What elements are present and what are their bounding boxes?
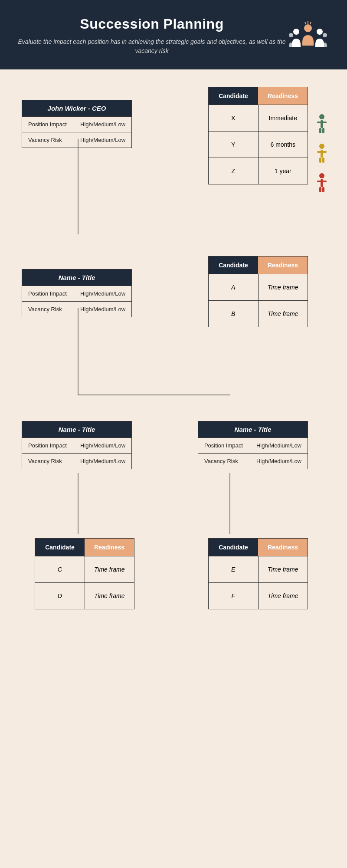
middle-position-impact-label: Position Impact <box>22 286 74 301</box>
middle-candidate-header: Candidate <box>209 256 258 274</box>
table-row: Y 6 months <box>209 131 308 158</box>
page-title: Succession Planning <box>17 16 286 32</box>
svg-rect-16 <box>319 158 321 163</box>
ceo-vacancy-risk-value: High/Medium/Low <box>74 132 131 148</box>
ceo-title: John Wicker - CEO <box>22 100 131 116</box>
svg-point-18 <box>319 173 324 178</box>
main-content: John Wicker - CEO Position Impact High/M… <box>0 69 347 627</box>
section-middle: Name - Title Position Impact High/Medium… <box>13 256 334 395</box>
table-row: X Immediate <box>209 105 308 131</box>
bottom-left-vacancy-value: High/Medium/Low <box>74 454 131 469</box>
ceo-readiness-x: Immediate <box>259 105 308 131</box>
middle-candidate-b: B <box>209 301 259 327</box>
svg-rect-20 <box>317 181 327 182</box>
bottom-right-position-card: Name - Title Position Impact High/Medium… <box>198 421 308 469</box>
bottom-right-candidate-table: Candidate Readiness E Time frame F Time … <box>208 538 308 609</box>
section-ceo: John Wicker - CEO Position Impact High/M… <box>13 87 334 234</box>
svg-rect-22 <box>322 187 324 192</box>
svg-point-0 <box>304 24 312 32</box>
bottom-right-vacancy-label: Vacancy Risk <box>198 454 250 469</box>
table-row: F Time frame <box>209 582 308 609</box>
bottom-candidates-row: Candidate Readiness C Time frame D Time … <box>13 538 334 609</box>
readiness-icon-red <box>316 172 328 195</box>
svg-point-7 <box>323 33 327 37</box>
ceo-position-impact-label: Position Impact <box>22 117 74 132</box>
ceo-vacancy-risk-label: Vacancy Risk <box>22 132 74 148</box>
header-icon <box>286 19 330 53</box>
br-candidate-f: F <box>209 583 259 609</box>
table-row: E Time frame <box>209 556 308 582</box>
bottom-left-position-card: Name - Title Position Impact High/Medium… <box>22 421 132 469</box>
ceo-position-impact-value: High/Medium/Low <box>74 117 131 132</box>
svg-point-4 <box>293 29 299 35</box>
bottom-left-vacancy-label: Vacancy Risk <box>22 454 74 469</box>
readiness-icon-green <box>316 113 328 136</box>
ceo-candidate-x: X <box>209 105 259 131</box>
svg-rect-19 <box>321 179 323 187</box>
middle-candidate-a: A <box>209 274 259 300</box>
middle-vacancy-risk-value: High/Medium/Low <box>74 302 131 317</box>
bottom-left-impact-value: High/Medium/Low <box>74 438 131 453</box>
ceo-candidate-table: Candidate Readiness X Immediate Y 6 mont… <box>208 87 308 184</box>
svg-line-2 <box>305 22 306 24</box>
svg-line-3 <box>310 22 311 24</box>
middle-position-impact-value: High/Medium/Low <box>74 286 131 301</box>
bl-readiness-c: Time frame <box>85 556 134 582</box>
middle-readiness-a: Time frame <box>259 274 308 300</box>
svg-rect-21 <box>319 187 321 192</box>
bottom-right-vacancy-value: High/Medium/Low <box>250 454 308 469</box>
table-row: Z 1 year <box>209 158 308 184</box>
middle-candidate-table: Candidate Readiness A Time frame B Time … <box>208 256 308 327</box>
ceo-readiness-header: Readiness <box>258 87 308 105</box>
middle-title: Name - Title <box>22 270 131 286</box>
bottom-left-title: Name - Title <box>22 421 131 437</box>
header-text: Succession Planning Evaluate the impact … <box>17 16 286 56</box>
bl-readiness-d: Time frame <box>85 583 134 609</box>
middle-position-card: Name - Title Position Impact High/Medium… <box>22 269 132 317</box>
table-row: C Time frame <box>35 556 134 582</box>
br-readiness-e: Time frame <box>259 556 308 582</box>
bottom-right-impact-value: High/Medium/Low <box>250 438 308 453</box>
bottom-right-title: Name - Title <box>198 421 308 437</box>
bl-candidate-d: D <box>35 583 85 609</box>
br-readiness-header: Readiness <box>258 539 308 556</box>
svg-point-6 <box>289 33 293 37</box>
br-candidate-e: E <box>209 556 259 582</box>
bottom-right-impact-label: Position Impact <box>198 438 250 453</box>
svg-point-8 <box>319 114 324 119</box>
br-readiness-f: Time frame <box>259 583 308 609</box>
svg-rect-12 <box>322 128 324 133</box>
ceo-readiness-z: 1 year <box>259 158 308 184</box>
ceo-readiness-y: 6 months <box>259 132 308 158</box>
bl-candidate-header: Candidate <box>35 539 85 556</box>
svg-rect-17 <box>322 158 324 163</box>
middle-readiness-header: Readiness <box>258 256 308 274</box>
svg-rect-9 <box>321 120 323 128</box>
readiness-icon-yellow <box>316 142 328 166</box>
middle-readiness-b: Time frame <box>259 301 308 327</box>
ceo-candidate-header: Candidate <box>209 87 258 105</box>
middle-vacancy-risk-label: Vacancy Risk <box>22 302 74 317</box>
svg-rect-14 <box>321 150 323 158</box>
bottom-left-candidate-table: Candidate Readiness C Time frame D Time … <box>35 538 134 609</box>
svg-point-13 <box>319 144 324 149</box>
page-subtitle: Evaluate the impact each position has in… <box>17 37 286 56</box>
bottom-left-impact-label: Position Impact <box>22 438 74 453</box>
people-icon <box>288 19 327 53</box>
bl-candidate-c: C <box>35 556 85 582</box>
section-bottom: Name - Title Position Impact High/Medium… <box>13 421 334 609</box>
bl-readiness-header: Readiness <box>85 539 134 556</box>
ceo-candidate-z: Z <box>209 158 259 184</box>
table-row: B Time frame <box>209 300 308 327</box>
ceo-candidate-y: Y <box>209 132 259 158</box>
br-candidate-header: Candidate <box>209 539 258 556</box>
header: Succession Planning Evaluate the impact … <box>0 0 347 69</box>
svg-point-5 <box>317 29 323 35</box>
table-row: A Time frame <box>209 274 308 300</box>
svg-rect-15 <box>317 151 327 153</box>
ceo-position-card: John Wicker - CEO Position Impact High/M… <box>22 100 132 148</box>
svg-rect-11 <box>319 128 321 133</box>
table-row: D Time frame <box>35 582 134 609</box>
svg-rect-10 <box>317 122 327 123</box>
